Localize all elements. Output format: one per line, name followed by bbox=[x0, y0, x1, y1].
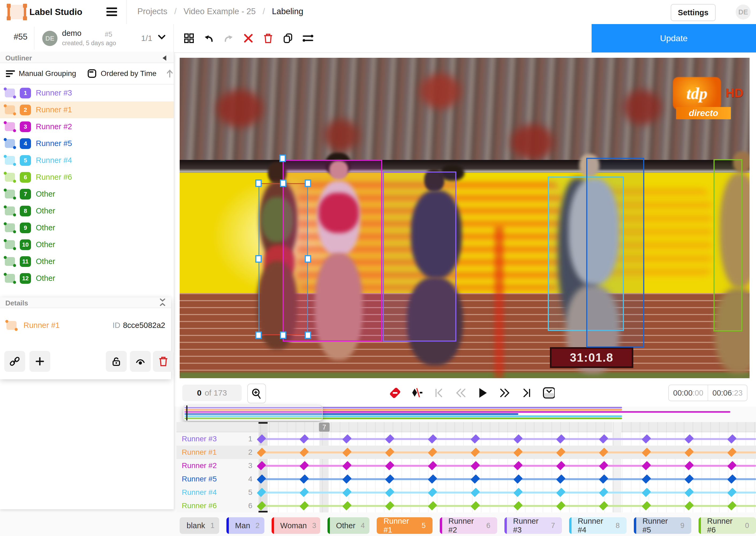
details-panel: Details Runner #1 ID8cce5082a2 bbox=[0, 297, 171, 379]
resize-handle[interactable] bbox=[305, 255, 311, 263]
resize-handle[interactable] bbox=[279, 154, 286, 162]
resize-handle[interactable] bbox=[255, 180, 262, 187]
region-index-badge: 8 bbox=[20, 206, 31, 217]
frame-gridline bbox=[684, 422, 684, 513]
previous-frame-icon[interactable] bbox=[455, 387, 467, 399]
breadcrumb-project-name[interactable]: Video Example - 25 bbox=[184, 7, 256, 16]
label-button[interactable]: Runner #37 bbox=[504, 517, 562, 534]
frame-gridline bbox=[437, 422, 437, 513]
track-label[interactable]: Runner #2 bbox=[182, 461, 217, 470]
settings-button[interactable]: Settings bbox=[671, 4, 716, 21]
runner-6-bbox[interactable] bbox=[713, 159, 742, 331]
track-keyframe-line bbox=[262, 465, 756, 467]
region-bbox-icon bbox=[5, 156, 15, 165]
label-button[interactable]: Other4 bbox=[328, 517, 369, 534]
label-button[interactable]: Runner #26 bbox=[440, 517, 497, 534]
outliner-region-row[interactable]: 12Other bbox=[0, 270, 174, 287]
collapse-timeline-icon[interactable] bbox=[542, 387, 555, 399]
app-header: Label Studio Projects / Video Example - … bbox=[0, 0, 756, 25]
ordering-select[interactable]: Ordered by Time bbox=[101, 69, 157, 78]
label-button[interactable]: blank1 bbox=[180, 517, 219, 534]
collapse-details-icon[interactable] bbox=[158, 297, 167, 307]
label-button[interactable]: Runner #48 bbox=[569, 517, 627, 534]
add-relation-button[interactable] bbox=[29, 351, 50, 372]
collapse-sidebar-icon[interactable] bbox=[162, 55, 167, 61]
chevron-down-icon[interactable] bbox=[158, 34, 166, 40]
lock-region-button[interactable] bbox=[106, 351, 127, 372]
label-hotkey: 8 bbox=[616, 521, 620, 530]
track-label[interactable]: Runner #5 bbox=[182, 475, 217, 483]
redo-icon[interactable] bbox=[223, 32, 235, 44]
breadcrumb-separator: / bbox=[174, 7, 177, 16]
label-button[interactable]: Man2 bbox=[226, 517, 265, 534]
track-label[interactable]: Runner #6 bbox=[182, 501, 217, 510]
frame-gridline bbox=[278, 422, 279, 513]
resize-handle[interactable] bbox=[255, 255, 262, 263]
playhead-tick-bottom[interactable] bbox=[259, 511, 268, 513]
minimap-viewport[interactable] bbox=[183, 405, 323, 421]
next-frame-icon[interactable] bbox=[499, 387, 511, 399]
label-button[interactable]: Runner #15 bbox=[377, 517, 432, 534]
region-index-badge: 12 bbox=[20, 273, 31, 284]
reject-icon[interactable] bbox=[242, 32, 254, 44]
delete-region-button[interactable] bbox=[153, 351, 174, 372]
outliner-region-row[interactable]: 4Runner #5 bbox=[0, 135, 174, 152]
grid-view-icon[interactable] bbox=[183, 32, 195, 44]
runner-3-bbox[interactable] bbox=[383, 171, 456, 342]
resize-handle[interactable] bbox=[305, 180, 311, 187]
settings-route-icon[interactable] bbox=[302, 32, 314, 44]
frame-counter-input[interactable]: 0 of 173 bbox=[182, 385, 242, 401]
label-button[interactable]: Runner #60 bbox=[699, 517, 756, 534]
track-label[interactable]: Runner #4 bbox=[182, 488, 217, 497]
selected-region-row[interactable]: Runner #1 ID8cce5082a2 bbox=[0, 313, 171, 338]
label-studio-logo-icon[interactable] bbox=[8, 5, 26, 19]
outliner-region-row[interactable]: 5Runner #4 bbox=[0, 152, 174, 169]
play-icon[interactable] bbox=[477, 387, 489, 399]
update-button[interactable]: Update bbox=[592, 24, 756, 52]
label-button[interactable]: Runner #59 bbox=[634, 517, 691, 534]
track-grid-area bbox=[258, 432, 756, 513]
duplicate-icon[interactable] bbox=[282, 32, 294, 44]
outliner-region-row[interactable]: 1Runner #3 bbox=[0, 84, 174, 101]
last-frame-icon[interactable] bbox=[520, 387, 533, 399]
outliner-region-row[interactable]: 10Other bbox=[0, 236, 174, 253]
hamburger-menu-icon[interactable] bbox=[107, 8, 117, 17]
grouping-select[interactable]: Manual Grouping bbox=[19, 69, 76, 78]
runner-1-bbox-selected[interactable] bbox=[259, 183, 308, 335]
user-avatar[interactable]: DE bbox=[736, 5, 751, 19]
track-label[interactable]: Runner #1 bbox=[182, 448, 217, 456]
region-index-badge: 2 bbox=[20, 105, 31, 115]
outliner-region-row[interactable]: 2Runner #1 bbox=[0, 101, 174, 118]
runner-5-bbox[interactable] bbox=[586, 158, 644, 348]
outliner-region-row[interactable]: 6Runner #6 bbox=[0, 169, 174, 185]
outliner-region-row[interactable]: 3Runner #2 bbox=[0, 118, 174, 135]
label-button[interactable]: Woman3 bbox=[271, 517, 320, 534]
outliner-region-row[interactable]: 7Other bbox=[0, 185, 174, 202]
outliner-region-row[interactable]: 8Other bbox=[0, 202, 174, 219]
frame-gridline bbox=[490, 422, 490, 513]
resize-handle[interactable] bbox=[305, 331, 311, 339]
sort-direction-up-icon[interactable] bbox=[166, 69, 173, 78]
outliner-region-row[interactable]: 9Other bbox=[0, 219, 174, 236]
frame-gridline bbox=[631, 422, 631, 513]
resize-handle[interactable] bbox=[255, 331, 262, 339]
frame-gridline bbox=[393, 422, 393, 513]
delete-annotation-icon[interactable] bbox=[262, 32, 274, 44]
link-region-button[interactable] bbox=[4, 351, 25, 372]
annotator-avatar[interactable]: DE bbox=[42, 31, 57, 46]
resize-handle[interactable] bbox=[280, 180, 286, 187]
outliner-region-row[interactable]: 11Other bbox=[0, 253, 174, 270]
label-text: Runner #5 bbox=[643, 517, 675, 534]
track-label[interactable]: Runner #3 bbox=[182, 435, 217, 443]
video-canvas[interactable]: tdp HD directo 31:01.8 bbox=[180, 58, 750, 378]
playhead-tick-top[interactable] bbox=[259, 422, 268, 424]
remove-keyframe-icon[interactable] bbox=[389, 387, 401, 399]
first-frame-icon[interactable] bbox=[433, 387, 445, 399]
toggle-interpolation-icon[interactable] bbox=[411, 387, 423, 399]
undo-icon[interactable] bbox=[203, 32, 215, 44]
zoom-in-button[interactable] bbox=[247, 384, 266, 403]
minimap-cursor[interactable] bbox=[186, 406, 187, 420]
resize-handle[interactable] bbox=[280, 331, 286, 339]
breadcrumb-projects[interactable]: Projects bbox=[138, 7, 167, 16]
hide-region-button[interactable] bbox=[130, 351, 151, 372]
